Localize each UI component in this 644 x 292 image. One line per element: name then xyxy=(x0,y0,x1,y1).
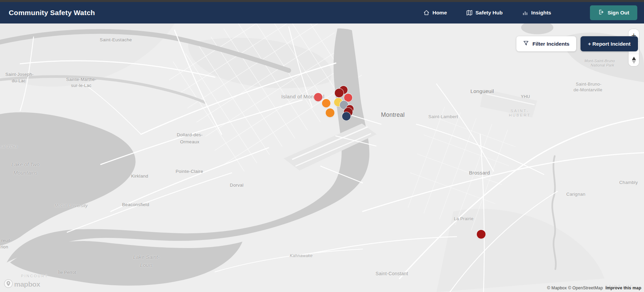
nav-item-home[interactable]: Home xyxy=(423,10,447,16)
mapbox-pin-icon xyxy=(4,279,13,289)
sign-out-label: Sign Out xyxy=(607,10,629,16)
mapbox-logo[interactable]: mapbox xyxy=(4,279,40,289)
funnel-icon xyxy=(523,40,529,47)
compass-button[interactable] xyxy=(629,54,639,66)
nav-item-insights[interactable]: Insights xyxy=(522,10,551,16)
mapbox-attribution-link[interactable]: © Mapbox xyxy=(547,286,567,290)
map-attribution: © Mapbox © OpenStreetMap Improve this ma… xyxy=(547,286,641,290)
incident-marker[interactable] xyxy=(342,112,351,120)
app-title: Community Safety Watch xyxy=(9,9,95,17)
map-icon xyxy=(466,10,472,16)
filter-incidents-label: Filter Incidents xyxy=(533,41,569,47)
app-header: Community Safety Watch Home Safety Hub I… xyxy=(0,2,644,23)
mapbox-wordmark: mapbox xyxy=(14,280,40,288)
nav-item-label: Safety Hub xyxy=(475,10,503,16)
map-action-buttons: Filter Incidents + Report Incident xyxy=(516,36,638,51)
filter-incidents-button[interactable]: Filter Incidents xyxy=(516,36,576,51)
nav-item-label: Home xyxy=(432,10,447,16)
main-nav: Home Safety Hub Insights Sign Out xyxy=(423,5,637,20)
bar-chart-icon xyxy=(522,10,528,16)
basemap-tiles xyxy=(0,23,644,292)
incident-marker[interactable] xyxy=(335,89,343,97)
improve-map-link[interactable]: Improve this map xyxy=(605,286,641,290)
incident-marker[interactable] xyxy=(477,230,486,239)
map-canvas[interactable]: Saint-EustacheSaint-Joseph-du-LacSainte-… xyxy=(0,23,644,292)
nav-item-label: Insights xyxy=(531,10,551,16)
home-icon xyxy=(423,10,429,16)
report-incident-button[interactable]: + Report Incident xyxy=(581,36,638,51)
incident-marker[interactable] xyxy=(314,93,322,101)
incident-marker[interactable] xyxy=(326,108,334,117)
incident-marker[interactable] xyxy=(322,99,330,107)
compass-icon xyxy=(632,57,636,64)
osm-attribution-link[interactable]: © OpenStreetMap xyxy=(568,286,603,290)
sign-out-button[interactable]: Sign Out xyxy=(590,5,637,20)
logout-icon xyxy=(598,9,604,16)
incident-marker[interactable] xyxy=(344,94,352,102)
nav-item-safety-hub[interactable]: Safety Hub xyxy=(466,10,503,16)
